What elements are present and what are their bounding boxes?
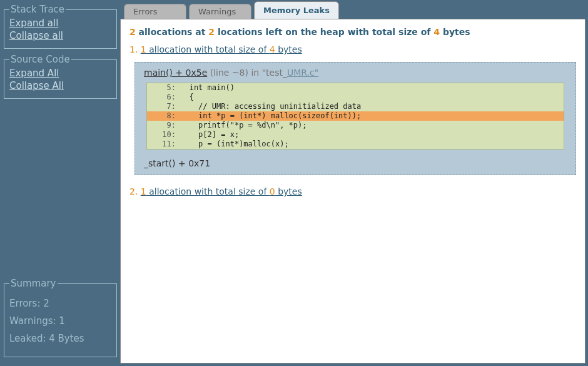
item1-number: 1. [129, 44, 138, 54]
tab-bar: Errors Warnings Memory Leaks [120, 0, 588, 19]
collapse-all-stack[interactable]: Collapse all [9, 30, 111, 43]
item1-link[interactable]: 1 allocation with total size of 4 bytes [141, 44, 302, 54]
frame-file: UMR.c" [287, 68, 318, 78]
summary-legend: Summary [9, 278, 58, 289]
code-line: 7: // UMR: accessing uninitialized data [147, 102, 564, 111]
summary-errors: Errors: 2 [9, 298, 111, 309]
item1-link-n: 1 [141, 44, 146, 54]
app-root: Stack Trace Expand all Collapse all Sour… [0, 0, 588, 366]
headline-loc-count: 2 [208, 27, 215, 37]
tab-errors[interactable]: Errors [124, 4, 186, 19]
item1-link-bytes: 4 [270, 44, 275, 54]
leak-item-1: 1. 1 allocation with total size of 4 byt… [129, 44, 576, 54]
stack-trace-panel: Stack Trace Expand all Collapse all [4, 4, 117, 49]
source-code-legend: Source Code [9, 54, 71, 65]
summary-panel: Summary Errors: 2 Warnings: 1 Leaked: 4 … [4, 278, 117, 357]
code-line: 5: int main() [147, 83, 564, 93]
main-area: Errors Warnings Memory Leaks 2 allocatio… [120, 0, 588, 366]
sidebar: Stack Trace Expand all Collapse all Sour… [0, 0, 120, 366]
tab-memory-leaks[interactable]: Memory Leaks [254, 1, 339, 19]
code-line: 6: { [147, 93, 564, 102]
code-line: 8: int *p = (int*) malloc(sizeof(int)); [147, 111, 564, 121]
item2-link-n: 1 [141, 186, 146, 196]
stack-trace-legend: Stack Trace [9, 4, 66, 15]
code-line: 9: printf("*p = %d\n", *p); [147, 121, 564, 130]
leak-item-2: 2. 1 allocation with total size of 0 byt… [129, 186, 576, 196]
frame-header[interactable]: main() + 0x5e (line ~8) in "test_UMR.c" [135, 63, 575, 83]
source-code-block: 5: int main()6: {7: // UMR: accessing un… [146, 83, 564, 150]
source-code-panel: Source Code Expand All Collapse All [4, 54, 117, 99]
expand-all-source[interactable]: Expand All [9, 68, 111, 80]
expand-all-stack[interactable]: Expand all [9, 18, 111, 30]
code-line: 11: p = (int*)malloc(x); [147, 140, 564, 149]
headline-t3: bytes [440, 27, 470, 37]
item2-link-tail: bytes [275, 186, 302, 196]
headline-t2: locations left on the heap with total si… [215, 27, 433, 37]
summary-leaked: Leaked: 4 Bytes [9, 333, 111, 344]
frame-function: main() + 0x5e [144, 68, 207, 78]
leak-headline: 2 allocations at 2 locations left on the… [129, 27, 576, 37]
item2-number: 2. [129, 186, 138, 196]
content-pane: 2 allocations at 2 locations left on the… [120, 19, 585, 363]
stack-frame-box: main() + 0x5e (line ~8) in "test_UMR.c" … [134, 62, 576, 175]
frame-caller[interactable]: _start() + 0x71 [135, 155, 575, 175]
tab-warnings[interactable]: Warnings [189, 4, 251, 19]
item2-link-bytes: 0 [270, 186, 275, 196]
code-line: 10: p[2] = x; [147, 130, 564, 140]
frame-location: (line ~8) in "test_ [207, 68, 287, 78]
item2-link[interactable]: 1 allocation with total size of 0 bytes [141, 186, 302, 196]
item1-link-tail: bytes [275, 44, 302, 54]
sidebar-spacer [4, 104, 117, 278]
headline-t1: allocations at [136, 27, 209, 37]
summary-warnings: Warnings: 1 [9, 315, 111, 327]
headline-byte-count: 4 [433, 27, 440, 37]
headline-alloc-count: 2 [129, 27, 136, 37]
item1-link-mid: allocation with total size of [146, 44, 270, 54]
item2-link-mid: allocation with total size of [146, 186, 270, 196]
collapse-all-source[interactable]: Collapse All [9, 80, 111, 93]
